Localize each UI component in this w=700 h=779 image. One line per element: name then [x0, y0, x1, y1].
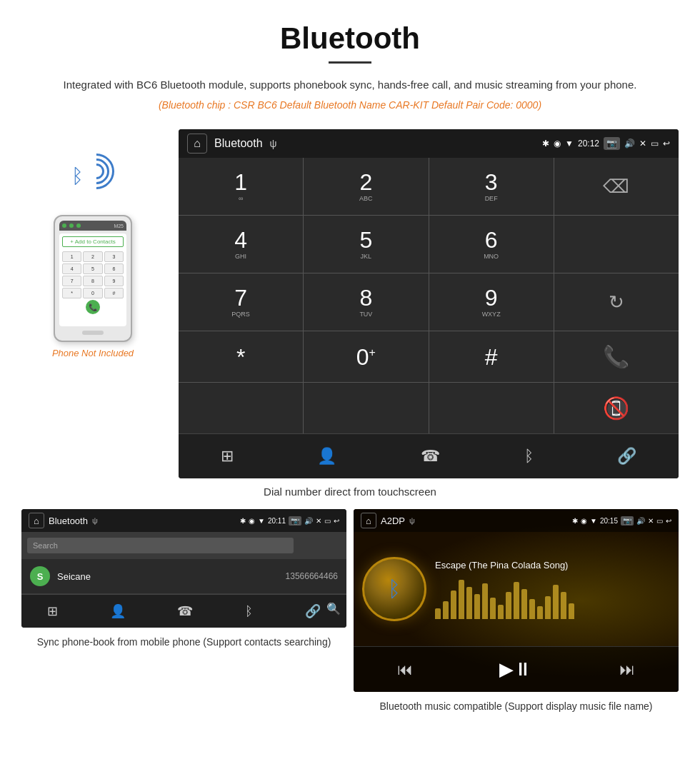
bluetooth-status-icon: ✱ — [542, 139, 549, 149]
pb-search-placeholder: Search — [33, 541, 58, 550]
eq-bar — [474, 594, 480, 619]
phonebook-screen: ⌂ Bluetooth ψ ✱ ◉ ▼ 20:11 📷 🔊 ✕ ▭ ↩ — [21, 509, 346, 628]
phone-keypad: 1 2 3 4 5 6 7 8 9 * 0 # — [62, 251, 124, 298]
eq-bar — [529, 599, 535, 619]
album-art: ᛒ — [362, 557, 426, 621]
eq-bar — [569, 603, 574, 619]
phonebook-panel: ⌂ Bluetooth ψ ✱ ◉ ▼ 20:11 📷 🔊 ✕ ▭ ↩ — [21, 509, 346, 714]
pb-search-bar: Search — [21, 532, 346, 559]
music-status-bar: ⌂ A2DP ψ ✱ ◉ ▼ 20:15 📷 🔊 ✕ ▭ ↩ — [354, 509, 679, 532]
eq-bar — [451, 590, 456, 619]
dial-key-4[interactable]: 4 GHI — [179, 216, 303, 273]
eq-bar — [466, 587, 472, 619]
dial-key-hash[interactable]: # — [429, 331, 554, 382]
phone-area: ᛒ M25 + Add to Contacts 1 2 3 4 5 — [21, 129, 164, 478]
backspace-icon[interactable]: ⌫ — [603, 176, 629, 198]
music-status-right: ✱ ◉ ▼ 20:15 📷 🔊 ✕ ▭ ↩ — [572, 516, 671, 526]
dial-key-star[interactable]: * — [179, 331, 303, 382]
redial-icon[interactable]: ↻ — [609, 291, 624, 313]
pb-status-right: ✱ ◉ ▼ 20:11 📷 🔊 ✕ ▭ ↩ — [240, 516, 339, 526]
pb-search-side-icon[interactable]: 🔍 — [326, 602, 341, 615]
dial-key-2[interactable]: 2 ABC — [304, 158, 428, 215]
prev-track-button[interactable]: ⏮ — [386, 658, 424, 682]
pb-bottom-bt-icon[interactable]: ᛒ — [236, 601, 261, 622]
status-left: ⌂ Bluetooth ψ — [187, 134, 277, 154]
dial-key-5[interactable]: 5 JKL — [304, 216, 428, 273]
pb-home-button[interactable]: ⌂ — [29, 513, 44, 528]
pb-signal-icon: ▼ — [258, 517, 265, 525]
bottom-link-icon[interactable]: 🔗 — [606, 443, 648, 470]
title-section: Bluetooth Integrated with BC6 Bluetooth … — [0, 0, 700, 129]
eq-bar — [435, 608, 441, 619]
dial-call-red[interactable]: 📵 — [554, 383, 679, 433]
dial-key-6[interactable]: 6 MNO — [429, 216, 554, 273]
music-content: ᛒ Escape (The Pina Colada Song) — [354, 532, 679, 646]
bottom-grid-icon[interactable]: ⊞ — [209, 443, 245, 470]
pb-contact-row[interactable]: S Seicane 13566664466 — [21, 559, 346, 594]
volume-icon: 🔊 — [624, 139, 635, 149]
signal-arc-3 — [71, 146, 122, 197]
dial-call-green[interactable]: 📞 — [554, 331, 679, 382]
car-screen-main: ⌂ Bluetooth ψ ✱ ◉ ▼ 20:12 📷 🔊 ✕ ▭ ↩ — [179, 129, 679, 478]
music-usb-icon: ψ — [409, 516, 415, 525]
pb-bottom-link-icon[interactable]: 🔗 — [296, 600, 329, 622]
dial-empty-3: ↻ — [554, 273, 679, 331]
phone-key-star: * — [62, 288, 81, 298]
clock: 20:12 — [578, 139, 599, 149]
pb-back-icon: ↩ — [334, 517, 339, 525]
pb-status-left: ⌂ Bluetooth ψ — [29, 513, 98, 528]
phone-key-9: 9 — [104, 276, 124, 286]
dial-spacer-1 — [179, 383, 303, 433]
status-right: ✱ ◉ ▼ 20:12 📷 🔊 ✕ ▭ ↩ — [542, 137, 670, 150]
pb-bottom-phone-icon[interactable]: ☎ — [169, 600, 201, 622]
play-pause-button[interactable]: ▶⏸ — [488, 655, 544, 683]
eq-bar — [506, 592, 511, 619]
dial-key-0[interactable]: 0+ — [304, 331, 428, 382]
phone-add-contact: + Add to Contacts — [62, 236, 124, 247]
car-home-button[interactable]: ⌂ — [187, 134, 207, 154]
dialer-grid: 1 ∞ 2 ABC 3 DEF ⌫ 4 GHI — [179, 158, 679, 433]
phone-screen: + Add to Contacts 1 2 3 4 5 6 7 8 9 * 0 … — [59, 233, 126, 326]
pb-clock: 20:11 — [268, 517, 286, 525]
music-volume-icon: 🔊 — [636, 517, 645, 525]
dial-key-1[interactable]: 1 ∞ — [179, 158, 303, 215]
music-screen-title: A2DP — [381, 516, 405, 526]
phone-key-2: 2 — [83, 251, 102, 262]
bottom-phone-icon[interactable]: ☎ — [409, 443, 451, 470]
music-info: Escape (The Pina Colada Song) — [435, 560, 670, 619]
phone-carrier: M25 — [114, 223, 124, 228]
music-window-icon: ▭ — [656, 517, 663, 525]
dial-empty-2 — [554, 216, 679, 273]
bottom-contacts-icon[interactable]: 👤 — [306, 443, 348, 470]
car-screen-title: Bluetooth — [214, 137, 263, 150]
music-home-button[interactable]: ⌂ — [361, 513, 376, 528]
dial-key-7[interactable]: 7 PQRS — [179, 273, 303, 331]
pb-bottom-grid-icon[interactable]: ⊞ — [39, 600, 66, 622]
green-call-icon: 📞 — [603, 344, 629, 369]
eq-bar — [490, 598, 496, 619]
phone-not-included-label: Phone Not Included — [52, 348, 134, 358]
music-camera-icon: 📷 — [621, 516, 634, 526]
music-bt-icon: ✱ — [572, 517, 578, 525]
bottom-panels: ⌂ Bluetooth ψ ✱ ◉ ▼ 20:11 📷 🔊 ✕ ▭ ↩ — [0, 509, 700, 728]
dial-spacer-3 — [429, 383, 554, 433]
dial-empty-1: ⌫ — [554, 158, 679, 215]
dial-key-9[interactable]: 9 WXYZ — [429, 273, 554, 331]
phone-key-6: 6 — [104, 263, 124, 274]
pb-search-field[interactable]: Search — [27, 538, 294, 553]
phone-key-5: 5 — [83, 263, 102, 274]
phone-top-bar: M25 — [59, 221, 126, 231]
music-back-icon: ↩ — [666, 517, 671, 525]
dial-key-3[interactable]: 3 DEF — [429, 158, 554, 215]
pb-status-bar: ⌂ Bluetooth ψ ✱ ◉ ▼ 20:11 📷 🔊 ✕ ▭ ↩ — [21, 509, 346, 532]
pb-contact-avatar: S — [30, 566, 50, 586]
phone-mockup: M25 + Add to Contacts 1 2 3 4 5 6 7 8 9 … — [54, 215, 132, 342]
bottom-bluetooth-icon[interactable]: ᛒ — [513, 443, 545, 470]
eq-bar — [537, 606, 543, 619]
pb-bottom-user-icon[interactable]: 👤 — [101, 600, 134, 622]
music-clock: 20:15 — [600, 517, 618, 525]
next-track-button[interactable]: ⏭ — [608, 658, 646, 682]
dialer-bottom-bar: ⊞ 👤 ☎ ᛒ 🔗 — [179, 433, 679, 478]
dial-key-8[interactable]: 8 TUV — [304, 273, 428, 331]
window-icon: ▭ — [651, 139, 659, 149]
